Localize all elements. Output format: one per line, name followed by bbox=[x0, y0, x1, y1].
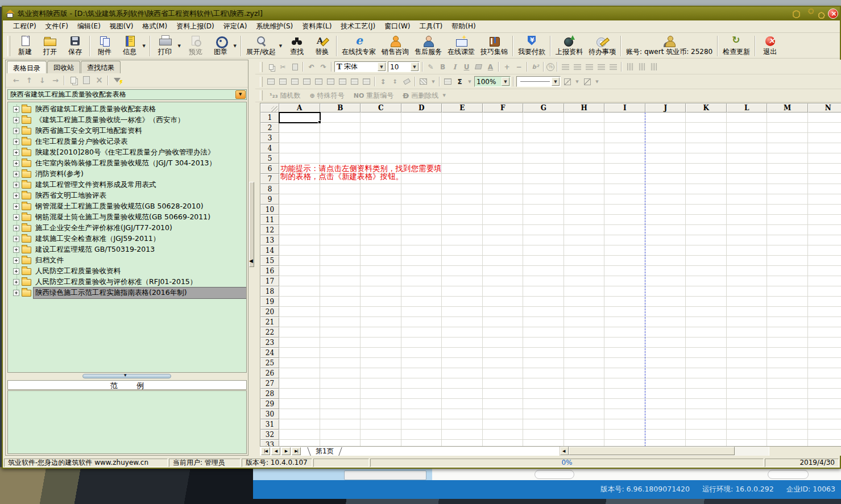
grid-cell[interactable] bbox=[483, 225, 524, 235]
grid-cell[interactable] bbox=[361, 256, 401, 266]
grid-cell[interactable] bbox=[483, 113, 524, 123]
grid-cell[interactable] bbox=[442, 317, 483, 327]
row-header[interactable]: 14 bbox=[260, 245, 279, 256]
grid-cell[interactable] bbox=[645, 419, 686, 430]
row-header[interactable]: 10 bbox=[260, 205, 279, 215]
undo-icon[interactable]: ↶ bbox=[306, 62, 317, 72]
minus-icon[interactable]: − bbox=[513, 62, 524, 72]
grid-cell[interactable] bbox=[564, 440, 605, 446]
tree-item[interactable]: 陕西省文明工地验评表 bbox=[8, 190, 246, 201]
grid-cell[interactable] bbox=[442, 327, 483, 338]
grid-cell[interactable] bbox=[320, 399, 361, 409]
tab-search-results[interactable]: 查找结果 bbox=[81, 61, 121, 73]
grid-cell[interactable] bbox=[645, 153, 686, 164]
grid-cell[interactable] bbox=[401, 348, 442, 358]
grid-cell[interactable] bbox=[320, 378, 361, 389]
row-header[interactable]: 23 bbox=[260, 338, 279, 348]
grid-cell[interactable] bbox=[361, 184, 401, 194]
grid-cell[interactable] bbox=[483, 215, 524, 225]
grid-cell[interactable] bbox=[808, 276, 841, 286]
row-header[interactable]: 7 bbox=[260, 174, 279, 184]
grid-cell[interactable] bbox=[401, 327, 442, 338]
grid-cell[interactable] bbox=[279, 419, 320, 430]
grid-cell[interactable] bbox=[808, 286, 841, 297]
grid-cell[interactable] bbox=[523, 358, 564, 368]
grid-cell[interactable] bbox=[686, 215, 727, 225]
row-header[interactable]: 33 bbox=[260, 440, 279, 446]
grid-cell[interactable] bbox=[361, 276, 401, 286]
grid-cell[interactable] bbox=[727, 113, 768, 123]
row-header[interactable]: 25 bbox=[260, 358, 279, 368]
toolbar-button-stamp[interactable]: 图章 bbox=[208, 35, 233, 57]
grid-cell[interactable] bbox=[686, 399, 727, 409]
tab-recycle-bin[interactable]: 回收站 bbox=[47, 61, 80, 73]
grid-cell[interactable] bbox=[442, 338, 483, 348]
grid-cell[interactable] bbox=[604, 225, 645, 235]
grid-cell[interactable] bbox=[808, 256, 841, 266]
grid-cell[interactable] bbox=[523, 205, 564, 215]
grid-cell[interactable] bbox=[564, 368, 605, 378]
grid-cell[interactable] bbox=[808, 113, 841, 123]
grid-cell[interactable] bbox=[686, 348, 727, 358]
combo-box[interactable]: T宋体 bbox=[334, 61, 387, 72]
grid-cell[interactable] bbox=[361, 348, 401, 358]
grid-cell[interactable] bbox=[401, 430, 442, 440]
table-op-4-icon[interactable] bbox=[301, 77, 312, 87]
grid-cell[interactable] bbox=[564, 174, 605, 184]
grid-cell[interactable] bbox=[604, 164, 645, 174]
grid-cell[interactable] bbox=[401, 378, 442, 389]
grid-cell[interactable] bbox=[767, 184, 808, 194]
grid-cell[interactable] bbox=[604, 440, 645, 446]
grid-cell[interactable] bbox=[320, 389, 361, 399]
grid-cell[interactable] bbox=[767, 348, 808, 358]
grid-cell[interactable] bbox=[361, 215, 401, 225]
table-op-1-icon[interactable] bbox=[266, 77, 276, 87]
grid-cell[interactable] bbox=[401, 440, 442, 446]
row-header[interactable]: 21 bbox=[260, 317, 279, 327]
tree-item[interactable]: 建筑工程管理文件资料形成及常用表式 bbox=[8, 180, 246, 190]
grid-cell[interactable] bbox=[401, 409, 442, 419]
grid-cell[interactable] bbox=[686, 256, 727, 266]
paste-icon[interactable] bbox=[80, 75, 92, 86]
dropdown-arrow-icon[interactable] bbox=[279, 44, 282, 48]
grid-cell[interactable] bbox=[320, 338, 361, 348]
grid-cell[interactable] bbox=[442, 399, 483, 409]
expander-icon[interactable] bbox=[13, 214, 19, 220]
grid-cell[interactable] bbox=[279, 245, 320, 256]
grid-cell[interactable] bbox=[483, 286, 524, 297]
grid-cell[interactable] bbox=[401, 358, 442, 368]
grid-cell[interactable] bbox=[279, 286, 320, 297]
grid-cell[interactable] bbox=[564, 419, 605, 430]
grid-cell[interactable] bbox=[767, 225, 808, 235]
grid-cell[interactable] bbox=[483, 399, 524, 409]
grid-cell[interactable] bbox=[279, 133, 320, 143]
combo-box[interactable]: 100% bbox=[474, 76, 511, 87]
grid-cell[interactable] bbox=[442, 266, 483, 276]
grid-cell[interactable] bbox=[523, 286, 564, 297]
grid-cell[interactable] bbox=[523, 153, 564, 164]
grid-cell[interactable] bbox=[604, 358, 645, 368]
grid-cell[interactable] bbox=[808, 317, 841, 327]
column-header[interactable]: D bbox=[401, 103, 442, 113]
row-header[interactable]: 17 bbox=[260, 276, 279, 286]
grid-cell[interactable] bbox=[279, 205, 320, 215]
grid-cell[interactable] bbox=[604, 174, 645, 184]
grid-cell[interactable] bbox=[483, 430, 524, 440]
grid-cell[interactable] bbox=[361, 338, 401, 348]
grid-cell[interactable] bbox=[767, 399, 808, 409]
grid-cell[interactable] bbox=[808, 194, 841, 205]
toolbar-button-save-floppy[interactable]: 保存 bbox=[63, 35, 88, 57]
row-header[interactable]: 32 bbox=[260, 430, 279, 440]
row-header[interactable]: 27 bbox=[260, 378, 279, 389]
grid-cell[interactable] bbox=[604, 256, 645, 266]
grid-cell[interactable] bbox=[483, 409, 524, 419]
row-header[interactable]: 1 bbox=[260, 113, 279, 123]
grid-cell[interactable] bbox=[645, 133, 686, 143]
column-header[interactable]: J bbox=[645, 103, 686, 113]
table-op-2-icon[interactable] bbox=[277, 77, 288, 87]
grid-cell[interactable] bbox=[483, 307, 524, 317]
grid-cell[interactable] bbox=[645, 317, 686, 327]
grid-cell[interactable] bbox=[604, 235, 645, 245]
toolbar-button-new-doc[interactable]: 新建 bbox=[13, 35, 38, 57]
background-window-button-3[interactable] bbox=[768, 470, 809, 479]
